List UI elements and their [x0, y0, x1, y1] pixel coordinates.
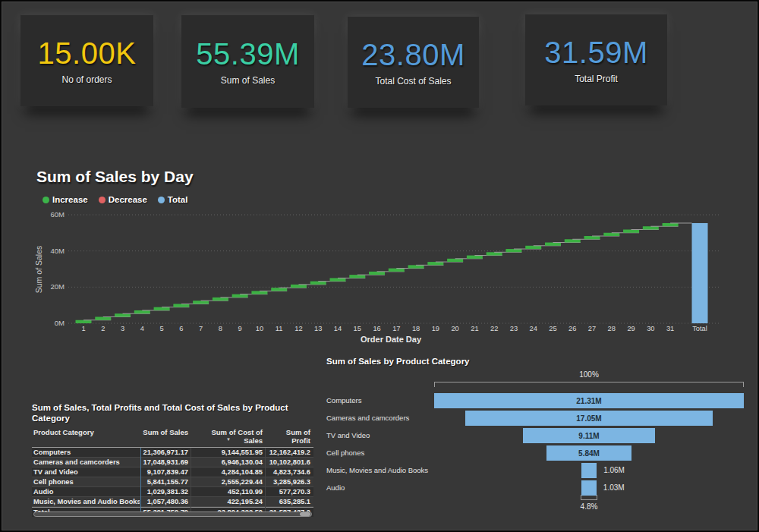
- table-horizontal-scrollbar[interactable]: [33, 512, 312, 517]
- waterfall-bar-day-24[interactable]: [525, 246, 541, 249]
- table-row[interactable]: Computers21,306,971.179,144,551.9512,162…: [32, 448, 313, 458]
- scrollbar-thumb[interactable]: [300, 512, 310, 516]
- waterfall-bar-day-8[interactable]: [213, 297, 228, 301]
- funnel-bar-2[interactable]: 17.05M: [465, 411, 713, 426]
- column-header-4[interactable]: Sum of Profit: [264, 427, 312, 445]
- waterfall-bar-day-23[interactable]: [505, 249, 521, 252]
- funnel-top-bracket: [434, 382, 744, 387]
- cell-value: 6,946,130.04: [190, 458, 264, 467]
- waterfall-bar-day-5[interactable]: [154, 307, 170, 310]
- waterfall-bar-day-18[interactable]: [408, 265, 424, 268]
- kpi-card-total-profit[interactable]: 31.59M Total Profit: [525, 14, 667, 105]
- cell-value: 1,057,480.36: [140, 497, 190, 506]
- waterfall-bar-day-15[interactable]: [349, 275, 365, 278]
- waterfall-bar-day-16[interactable]: [369, 272, 385, 275]
- table-row[interactable]: Cell phones5,841,155.772,555,229.443,285…: [32, 477, 313, 487]
- cell-value: 2,555,229.44: [190, 477, 264, 486]
- y-tick-label: 40M: [51, 247, 65, 255]
- column-header-3[interactable]: Sum of Cost of Sales: [190, 427, 264, 445]
- waterfall-bar-day-25[interactable]: [545, 243, 561, 246]
- waterfall-bar-day-28[interactable]: [603, 233, 619, 236]
- cell-value: 452,110.99: [190, 487, 264, 496]
- kpi-card-no-of-orders[interactable]: 15.00K No of orders: [20, 15, 153, 106]
- waterfall-bar-day-1[interactable]: [76, 320, 92, 323]
- column-header-2[interactable]: Sum of Sales: [140, 427, 190, 445]
- x-tick-label: 19: [432, 325, 439, 332]
- x-tick-label: 18: [412, 325, 420, 332]
- legend-item-increase[interactable]: Increase: [43, 195, 88, 204]
- x-tick-label: 22: [490, 325, 498, 332]
- x-tick-label: 8: [219, 325, 222, 332]
- funnel-value-label: 5.84M: [578, 449, 600, 458]
- x-tick-label: 7: [199, 325, 203, 332]
- waterfall-bar-day-14[interactable]: [330, 278, 346, 281]
- legend-item-total[interactable]: Total: [158, 195, 188, 204]
- waterfall-bar-day-13[interactable]: [310, 282, 326, 285]
- waterfall-bar-day-21[interactable]: [467, 256, 483, 259]
- waterfall-bar-day-29[interactable]: [623, 229, 639, 232]
- waterfall-bar-day-12[interactable]: [291, 285, 307, 288]
- cell-product-category: Computers: [32, 448, 140, 457]
- funnel-value-label: 21.31M: [576, 397, 601, 405]
- legend-item-decrease[interactable]: Decrease: [99, 195, 147, 204]
- cell-value: 4,823,734.6: [264, 467, 312, 477]
- kpi-label: No of orders: [61, 74, 112, 85]
- y-tick-label: 0M: [55, 319, 65, 327]
- waterfall-bar-day-11[interactable]: [271, 288, 287, 291]
- cell-value: 17,048,931.69: [140, 458, 190, 467]
- funnel-bar-1[interactable]: 21.31M: [434, 393, 744, 408]
- kpi-value: 55.39M: [196, 37, 299, 71]
- x-tick-label: 21: [471, 325, 478, 332]
- x-tick-label: 6: [179, 325, 183, 332]
- table-header: Product CategorySum of SalesSum of Cost …: [32, 427, 313, 448]
- x-tick-label: 27: [588, 325, 596, 332]
- waterfall-bar-day-31[interactable]: [663, 223, 679, 226]
- kpi-card-total-cost-of-sales[interactable]: 23.80M Total Cost of Sales: [348, 17, 479, 108]
- x-tick-label: 13: [314, 325, 322, 332]
- cell-value: 422,195.24: [190, 497, 264, 506]
- kpi-card-sum-of-sales[interactable]: 55.39M Sum of Sales: [181, 15, 314, 108]
- waterfall-bar-day-17[interactable]: [389, 269, 405, 272]
- waterfall-bar-day-26[interactable]: [565, 239, 581, 242]
- x-tick-label: 29: [627, 325, 635, 332]
- x-tick-label: 16: [373, 325, 380, 332]
- product-category-table: Sum of Sales, Total Profits and Total Co…: [32, 402, 313, 517]
- funnel-value-label: 9.11M: [578, 432, 599, 440]
- funnel-bar-3[interactable]: 9.11M: [523, 428, 655, 443]
- funnel-bar-5[interactable]: [581, 463, 597, 478]
- table-row[interactable]: Cameras and camcorders17,048,931.696,946…: [32, 458, 313, 467]
- waterfall-bar-day-4[interactable]: [134, 310, 150, 313]
- x-tick-label: 28: [608, 325, 616, 332]
- waterfall-bar-day-2[interactable]: [95, 316, 111, 320]
- waterfall-bar-day-27[interactable]: [584, 236, 600, 239]
- table-row[interactable]: Audio1,029,381.32452,110.99577,270.3: [32, 487, 313, 497]
- funnel-bar-4[interactable]: 5.84M: [546, 445, 631, 461]
- funnel-chart: Sum of Sales by Product Category 100% Co…: [320, 351, 757, 531]
- funnel-bottom-percent: 4.8%: [559, 502, 619, 511]
- y-tick-label: 20M: [51, 282, 65, 291]
- waterfall-bar-day-19[interactable]: [427, 262, 443, 265]
- x-tick-label: 11: [276, 325, 283, 332]
- column-header-1[interactable]: Product Category: [32, 427, 140, 445]
- waterfall-bar-day-3[interactable]: [115, 313, 131, 316]
- waterfall-total-bar[interactable]: [692, 223, 708, 323]
- funnel-category-label: Music, Movies and Audio Books: [326, 466, 428, 474]
- waterfall-bar-day-30[interactable]: [643, 226, 659, 229]
- funnel-top-percent: 100%: [434, 370, 744, 379]
- waterfall-bar-day-10[interactable]: [251, 291, 267, 294]
- waterfall-bar-day-22[interactable]: [487, 252, 502, 255]
- x-tick-label: 3: [121, 325, 124, 332]
- legend-dot-icon: [43, 197, 49, 203]
- y-tick-label: 60M: [51, 210, 65, 219]
- cell-value: 577,270.3: [264, 487, 312, 496]
- waterfall-bar-day-6[interactable]: [173, 304, 189, 307]
- column-separator: [191, 448, 191, 517]
- waterfall-bar-day-20[interactable]: [447, 259, 463, 262]
- waterfall-bar-day-9[interactable]: [232, 294, 248, 297]
- x-tick-label: 26: [568, 325, 576, 332]
- waterfall-bar-day-7[interactable]: [193, 301, 209, 304]
- cell-product-category: TV and Video: [32, 467, 140, 477]
- table-row[interactable]: Music, Movies and Audio Books1,057,480.3…: [32, 497, 313, 507]
- funnel-bar-6[interactable]: [581, 480, 597, 496]
- table-row[interactable]: TV and Video9,107,839.474,284,104.854,82…: [32, 467, 313, 477]
